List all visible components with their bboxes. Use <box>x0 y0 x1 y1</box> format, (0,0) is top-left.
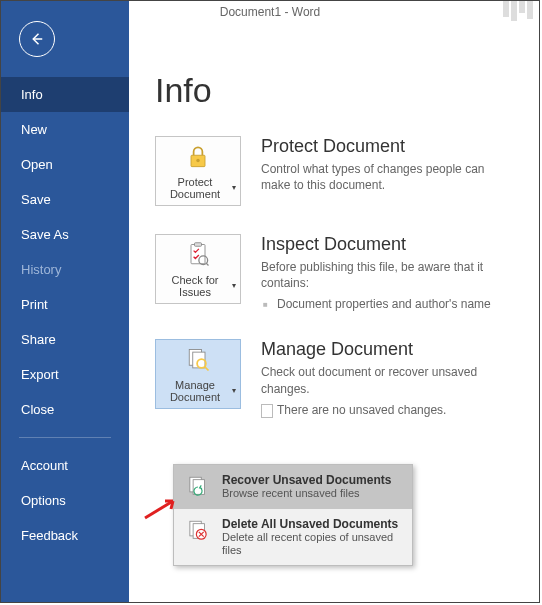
svg-rect-2 <box>191 244 205 263</box>
manage-desc: Check out document or recover unsaved ch… <box>261 364 513 396</box>
sidebar-item-history: History <box>1 252 129 287</box>
menu-delete-title: Delete All Unsaved Documents <box>222 517 402 531</box>
menu-delete-sub: Delete all recent copies of unsaved file… <box>222 531 402 557</box>
protect-document-button[interactable]: Protect Document▾ <box>155 136 241 206</box>
lock-icon <box>182 142 214 172</box>
manage-heading: Manage Document <box>261 339 513 360</box>
sidebar-item-share[interactable]: Share <box>1 322 129 357</box>
menu-delete-unsaved[interactable]: Delete All Unsaved Documents Delete all … <box>174 509 412 565</box>
sidebar-item-close[interactable]: Close <box>1 392 129 427</box>
sidebar-item-export[interactable]: Export <box>1 357 129 392</box>
svg-rect-9 <box>193 480 204 495</box>
back-button[interactable] <box>19 21 55 57</box>
document-delete-icon <box>184 517 212 545</box>
svg-point-1 <box>196 159 200 163</box>
section-inspect: Check for Issues▾ Inspect Document Befor… <box>155 234 513 311</box>
document-recover-icon <box>184 473 212 501</box>
manage-document-button[interactable]: Manage Document▾ <box>155 339 241 409</box>
inspect-desc: Before publishing this file, be aware th… <box>261 259 513 291</box>
chevron-down-icon: ▾ <box>232 184 236 193</box>
section-manage: Manage Document▾ Manage Document Check o… <box>155 339 513 416</box>
chevron-down-icon: ▾ <box>232 387 236 396</box>
sidebar-item-feedback[interactable]: Feedback <box>1 518 129 553</box>
checklist-icon <box>182 240 214 270</box>
sidebar-item-options[interactable]: Options <box>1 483 129 518</box>
check-for-issues-button[interactable]: Check for Issues▾ <box>155 234 241 304</box>
page-title: Info <box>155 71 513 110</box>
protect-desc: Control what types of changes people can… <box>261 161 513 193</box>
inspect-bullet: Document properties and author's name <box>261 297 513 311</box>
sidebar-item-save-as[interactable]: Save As <box>1 217 129 252</box>
arrow-left-icon <box>28 30 46 48</box>
document-search-icon <box>182 345 214 375</box>
sidebar-separator <box>19 437 111 438</box>
annotation-arrow <box>143 496 183 525</box>
sidebar-item-info[interactable]: Info <box>1 77 129 112</box>
menu-recover-sub: Browse recent unsaved files <box>222 487 391 500</box>
protect-heading: Protect Document <box>261 136 513 157</box>
inspect-heading: Inspect Document <box>261 234 513 255</box>
section-protect: Protect Document▾ Protect Document Contr… <box>155 136 513 206</box>
manage-bullet: There are no unsaved changes. <box>261 403 513 417</box>
sidebar-item-open[interactable]: Open <box>1 147 129 182</box>
manage-document-menu: Recover Unsaved Documents Browse recent … <box>173 464 413 566</box>
sidebar-item-save[interactable]: Save <box>1 182 129 217</box>
sidebar-item-account[interactable]: Account <box>1 448 129 483</box>
backstage-sidebar: Info New Open Save Save As History Print… <box>1 1 129 602</box>
menu-recover-title: Recover Unsaved Documents <box>222 473 391 487</box>
menu-recover-unsaved[interactable]: Recover Unsaved Documents Browse recent … <box>174 465 412 509</box>
chevron-down-icon: ▾ <box>232 282 236 291</box>
sidebar-item-print[interactable]: Print <box>1 287 129 322</box>
sidebar-item-new[interactable]: New <box>1 112 129 147</box>
svg-rect-3 <box>195 243 202 247</box>
